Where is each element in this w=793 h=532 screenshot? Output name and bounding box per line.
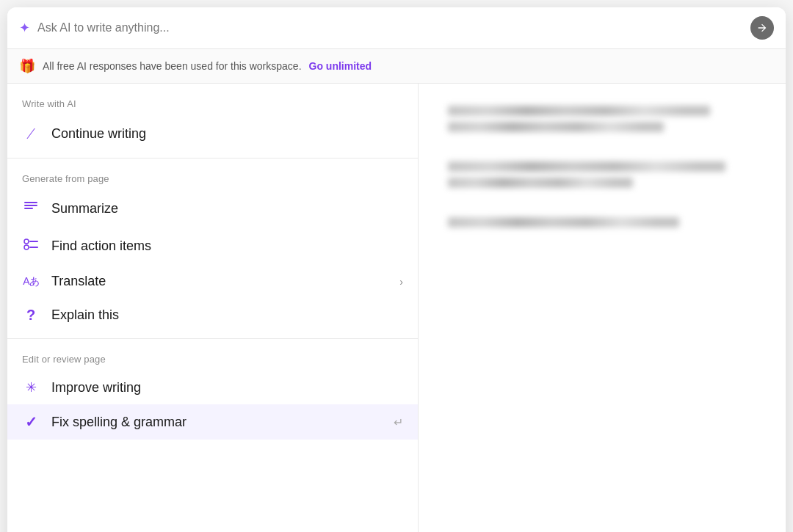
blurred-group-2 bbox=[448, 161, 756, 188]
sparkle-icon: ✦ bbox=[19, 20, 30, 36]
write-section-label: Write with AI bbox=[7, 90, 418, 115]
notice-bar: 🎁 All free AI responses have been used f… bbox=[7, 49, 786, 84]
blurred-line bbox=[448, 122, 664, 132]
blurred-group-1 bbox=[448, 106, 756, 132]
generate-section-label: Generate from page bbox=[7, 164, 418, 190]
fix-spelling-check-icon: ✓ bbox=[22, 413, 40, 431]
blurred-line bbox=[448, 161, 725, 172]
find-action-items-icon bbox=[22, 236, 40, 256]
improve-writing-icon: ✳ bbox=[22, 379, 40, 396]
gift-icon: 🎁 bbox=[19, 58, 35, 74]
menu-item-improve-writing[interactable]: ✳ Improve writing bbox=[7, 371, 418, 404]
menu-item-find-action-items[interactable]: Find action items bbox=[7, 227, 418, 265]
improve-writing-label: Improve writing bbox=[51, 380, 403, 396]
explain-icon: ? bbox=[22, 307, 40, 324]
blurred-line bbox=[448, 217, 679, 227]
svg-point-3 bbox=[24, 239, 29, 244]
menu-item-summarize[interactable]: Summarize bbox=[7, 190, 418, 227]
explain-label: Explain this bbox=[51, 307, 403, 323]
enter-icon: ↵ bbox=[394, 415, 403, 429]
fix-spelling-label: Fix spelling & grammar bbox=[51, 415, 382, 430]
blurred-line bbox=[448, 106, 710, 116]
blurred-group-3 bbox=[448, 217, 756, 227]
find-action-items-label: Find action items bbox=[51, 238, 403, 254]
ask-ai-input[interactable] bbox=[37, 21, 743, 34]
translate-label: Translate bbox=[51, 274, 388, 289]
menu-item-translate[interactable]: Aあ Translate › bbox=[7, 265, 418, 298]
divider-1 bbox=[7, 158, 418, 158]
continue-writing-label: Continue writing bbox=[51, 126, 403, 142]
notice-text: All free AI responses have been used for… bbox=[43, 60, 302, 72]
summarize-label: Summarize bbox=[51, 201, 403, 216]
main-container: ✦ 🎁 All free AI responses have been used… bbox=[7, 7, 786, 532]
translate-chevron-icon: › bbox=[399, 276, 403, 288]
translate-icon: Aあ bbox=[22, 275, 40, 288]
dropdown-menu: Write with AI ∕ Continue writing Generat… bbox=[7, 84, 419, 532]
edit-section-label: Edit or review page bbox=[7, 345, 418, 371]
right-content bbox=[419, 84, 786, 532]
go-unlimited-link[interactable]: Go unlimited bbox=[309, 60, 372, 72]
divider-2 bbox=[7, 338, 418, 339]
menu-item-fix-spelling[interactable]: ✓ Fix spelling & grammar ↵ bbox=[7, 404, 418, 440]
menu-item-continue-writing[interactable]: ∕ Continue writing bbox=[7, 115, 418, 152]
svg-point-5 bbox=[24, 245, 29, 249]
continue-writing-icon: ∕ bbox=[22, 124, 40, 143]
menu-item-explain-this[interactable]: ? Explain this bbox=[7, 298, 418, 332]
summarize-icon bbox=[22, 199, 40, 219]
blurred-line bbox=[448, 178, 633, 188]
send-button[interactable] bbox=[750, 16, 774, 40]
send-icon bbox=[756, 22, 768, 34]
input-bar: ✦ bbox=[7, 7, 786, 49]
content-area: Write with AI ∕ Continue writing Generat… bbox=[7, 84, 786, 532]
